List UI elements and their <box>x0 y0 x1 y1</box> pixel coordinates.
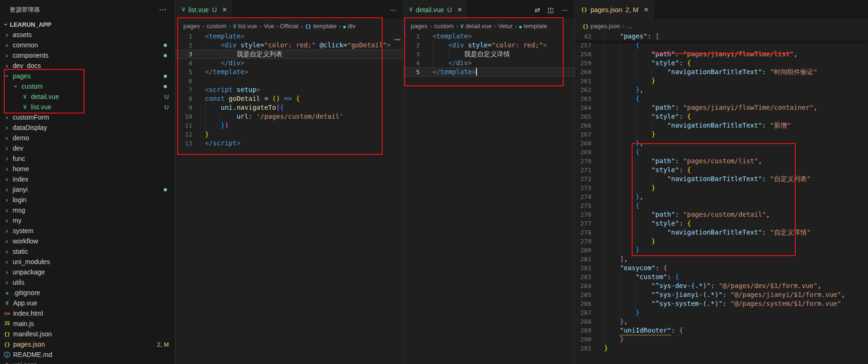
line-number[interactable]: 6 <box>176 76 199 85</box>
code-line-291[interactable]: 291} <box>575 344 868 353</box>
line-number[interactable]: 2 <box>403 41 427 50</box>
code-line-271[interactable]: 271"style": { <box>575 166 868 174</box>
code-line-9[interactable]: 9uni.navigateTo({ <box>176 103 403 112</box>
line-number[interactable]: 272 <box>575 174 598 183</box>
code-line-277[interactable]: 277"style": { <box>575 219 868 228</box>
tree-item-login[interactable]: ›login <box>0 195 175 205</box>
code-line-278[interactable]: 278"navigationBarTitleText": "自定义详情" <box>575 228 868 237</box>
code-line-5[interactable]: 5</template> <box>403 68 574 76</box>
line-number[interactable]: 265 <box>575 112 598 121</box>
code-line-263[interactable]: 263{ <box>575 94 868 103</box>
chevron-right-icon[interactable]: › <box>3 248 11 255</box>
code-line-285[interactable]: 285"^sys-jianyi-(.*)": "@/pages/jianyi/$… <box>575 290 868 299</box>
chevron-right-icon[interactable]: › <box>3 217 11 224</box>
code-line-261[interactable]: 261} <box>575 76 868 85</box>
more-actions-icon[interactable]: ⋯ <box>390 6 396 14</box>
tree-item-main-js[interactable]: JSmain.js <box>0 318 175 329</box>
breadcrumb-item-[interactable]: ... <box>626 23 632 30</box>
code-line-270[interactable]: 270"path": "pages/custom/list", <box>575 157 868 166</box>
code-line-1[interactable]: 1<template> <box>403 32 574 41</box>
line-number[interactable]: 284 <box>575 281 598 290</box>
breadcrumb-item-div[interactable]: ●div <box>343 23 355 30</box>
tree-item-pages[interactable]: ›pages <box>0 71 175 81</box>
line-number[interactable]: 269 <box>575 148 598 157</box>
project-root-row[interactable]: › LEARUN_APP <box>0 19 175 30</box>
tree-item-workflow[interactable]: ›workflow <box>0 236 175 246</box>
split-editor-icon[interactable]: ◫ <box>548 6 554 14</box>
code-line-4[interactable]: 4</div> <box>176 59 403 68</box>
code-line-262[interactable]: 262}, <box>575 85 868 94</box>
tree-item-static[interactable]: ›static <box>0 246 175 257</box>
line-number[interactable]: 264 <box>575 103 598 112</box>
code-line-281[interactable]: 281], <box>575 255 868 264</box>
chevron-right-icon[interactable]: › <box>3 155 11 162</box>
line-number[interactable]: 274 <box>575 192 598 201</box>
chevron-right-icon[interactable]: › <box>3 166 11 172</box>
tree-item-demo[interactable]: ›demo <box>0 133 175 143</box>
code-line-4[interactable]: 4</div> <box>403 59 574 68</box>
code-line-267[interactable]: 267} <box>575 130 868 139</box>
line-number[interactable]: 289 <box>575 326 598 335</box>
chevron-right-icon[interactable]: › <box>3 279 11 286</box>
line-number[interactable]: 258 <box>575 50 598 59</box>
line-number[interactable]: 1 <box>403 32 427 41</box>
code-line-272[interactable]: 272"navigationBarTitleText": "自定义列表" <box>575 174 868 183</box>
line-number[interactable]: 290 <box>575 335 598 344</box>
code-line-42[interactable]: 42"pages": [ <box>575 32 868 41</box>
tab-detail-vue[interactable]: V detail.vue U × <box>403 0 467 19</box>
breadcrumb-item-detail-vue[interactable]: Vdetail.vue <box>460 23 491 30</box>
tree-item-manifest-json[interactable]: {}manifest.json <box>0 329 175 339</box>
breadcrumb-item-vetur[interactable]: Vetur <box>498 23 513 30</box>
tree-item-system[interactable]: ›system <box>0 226 175 236</box>
line-number[interactable]: 4 <box>403 59 427 68</box>
chevron-right-icon[interactable]: › <box>3 52 11 59</box>
chevron-right-icon[interactable]: › <box>3 228 11 234</box>
line-number[interactable]: 11 <box>176 121 199 130</box>
tree-item-my[interactable]: ›my <box>0 215 175 226</box>
code-line-5[interactable]: 5</template> <box>176 68 403 76</box>
code-line-273[interactable]: 273} <box>575 183 868 192</box>
code-line-8[interactable]: 8const goDetail = () => { <box>176 94 403 103</box>
chevron-down-icon[interactable]: › <box>3 21 9 29</box>
code-line-3[interactable]: 3我是自定义列表 <box>176 50 403 59</box>
chevron-right-icon[interactable]: › <box>3 186 11 193</box>
line-number[interactable]: 283 <box>575 273 598 281</box>
code-line-3[interactable]: 3我是自定义详情 <box>403 50 574 59</box>
line-number[interactable]: 266 <box>575 121 598 130</box>
code-line-260[interactable]: 260"navigationBarTitleText": "时间组件验证" <box>575 68 868 76</box>
chevron-right-icon[interactable]: › <box>3 135 11 141</box>
line-number[interactable]: 267 <box>575 130 598 139</box>
tree-item-components[interactable]: ›components <box>0 50 175 61</box>
tree-item-assets[interactable]: ›assets <box>0 30 175 40</box>
tree-item-jianyi[interactable]: ›jianyi <box>0 184 175 195</box>
line-number[interactable]: 277 <box>575 219 598 228</box>
code-line-280[interactable]: 280} <box>575 246 868 255</box>
code-line-274[interactable]: 274}, <box>575 192 868 201</box>
code-line-290[interactable]: 290} <box>575 335 868 344</box>
tree-item-home[interactable]: ›home <box>0 164 175 174</box>
line-number[interactable]: 259 <box>575 59 598 68</box>
line-number[interactable]: 279 <box>575 237 598 246</box>
chevron-right-icon[interactable]: › <box>3 176 11 182</box>
code-line-259[interactable]: 259"style": { <box>575 59 868 68</box>
code-line-264[interactable]: 264"path": "pages/jianyi/flowTime/contai… <box>575 103 868 112</box>
code-line-284[interactable]: 284"^sys-dev-(.*)": "@/pages/dev/$1/form… <box>575 281 868 290</box>
tree-item-customform[interactable]: ›customForm <box>0 112 175 122</box>
chevron-right-icon[interactable]: › <box>3 31 11 38</box>
tree-item-common[interactable]: ›common <box>0 40 175 50</box>
close-icon[interactable]: × <box>458 6 462 14</box>
breadcrumb-item-template[interactable]: {}template <box>305 23 337 30</box>
line-number[interactable]: 9 <box>176 103 199 112</box>
line-number[interactable]: 12 <box>176 130 199 139</box>
line-number[interactable]: 280 <box>575 246 598 255</box>
tree-item-datadisplay[interactable]: ›dataDisplay <box>0 122 175 133</box>
compare-changes-icon[interactable]: ⇄ <box>535 6 540 14</box>
close-icon[interactable]: × <box>644 6 648 14</box>
line-number[interactable]: 10 <box>176 112 199 121</box>
breadcrumb-item-template[interactable]: ●template <box>519 23 547 30</box>
line-number[interactable]: 7 <box>176 85 199 94</box>
tree-item-func[interactable]: ›func <box>0 153 175 164</box>
line-number[interactable]: 268 <box>575 139 598 148</box>
line-number[interactable]: 276 <box>575 210 598 219</box>
line-number[interactable]: 291 <box>575 344 598 353</box>
